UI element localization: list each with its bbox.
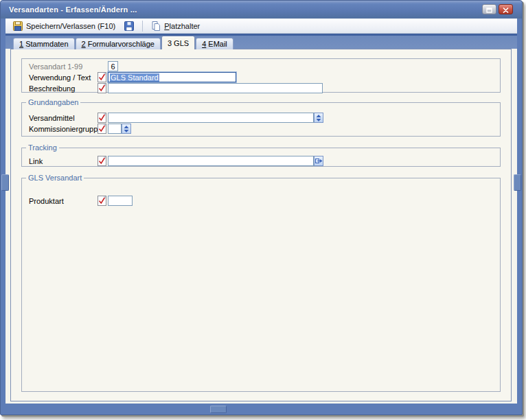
placeholder-button[interactable]: Platzhalter — [147, 19, 203, 33]
window-controls — [482, 4, 513, 14]
resize-grip-right[interactable] — [514, 174, 521, 191]
resize-grip-bottom[interactable] — [210, 406, 227, 413]
versandart-input — [108, 61, 118, 71]
title-bar[interactable]: Versandarten - Erfassen/Ändern ... — [1, 1, 522, 19]
maximize-button[interactable] — [482, 4, 496, 14]
tab-page-gls: Versandart 1-99 Verwendung / Text GLS St… — [10, 49, 512, 401]
resize-grip-left[interactable] — [1, 174, 9, 191]
save-exit-label: Speichern/Verlassen (F10) — [26, 22, 115, 30]
spinner-arrows-icon — [124, 126, 129, 132]
link-label: Link — [29, 157, 98, 165]
tab-formularvorschlaege[interactable]: 2 Formularvorschläge — [76, 38, 161, 49]
tracking-legend: Tracking — [26, 143, 59, 152]
verwendung-modified-checkbox[interactable] — [98, 72, 108, 82]
beschreibung-modified-checkbox[interactable] — [98, 83, 108, 93]
toolbar: Speichern/Verlassen (F10) — [5, 19, 517, 34]
versandart-label: Versandart 1-99 — [29, 62, 98, 71]
kommissioniergruppe-row: Kommissioniergruppe — [22, 124, 500, 134]
versandmittel-label: Versandmittel — [29, 114, 98, 122]
versandmittel-modified-checkbox[interactable] — [98, 113, 108, 123]
kommissioniergruppe-lookup-button[interactable] — [122, 124, 131, 134]
verwendung-label: Verwendung / Text — [29, 73, 98, 82]
save-icon — [124, 21, 135, 32]
tab-strip: 1 Stammdaten 2 Formularvorschläge 3 GLS … — [5, 34, 517, 49]
produktart-modified-checkbox[interactable] — [98, 196, 108, 206]
produktart-row: Produktart — [22, 196, 500, 206]
grundangaben-legend: Grundangaben — [26, 98, 80, 106]
selected-text: GLS Standard — [110, 73, 159, 82]
save-exit-button[interactable]: Speichern/Verlassen (F10) — [9, 19, 119, 33]
placeholder-label: Platzhalter — [164, 22, 200, 30]
toolbar-separator — [142, 21, 143, 32]
link-row: Link — [22, 156, 500, 166]
beschreibung-input[interactable] — [108, 83, 323, 93]
tab-gls[interactable]: 3 GLS — [161, 36, 195, 49]
produktart-label: Produktart — [29, 197, 98, 205]
gls-versandart-legend: GLS Versandart — [26, 174, 84, 182]
main-fields-box: Versandart 1-99 Verwendung / Text GLS St… — [21, 58, 501, 93]
save-exit-icon — [12, 21, 23, 32]
tracking-group: Tracking Link — [21, 143, 501, 167]
save-button[interactable] — [120, 19, 138, 33]
verwendung-input[interactable]: GLS Standard — [108, 72, 236, 82]
gls-versandart-group: GLS Versandart Produktart — [21, 174, 501, 392]
beschreibung-row: Beschreibung — [22, 83, 500, 93]
link-open-button[interactable] — [314, 156, 323, 166]
maximize-icon — [486, 3, 492, 16]
versandart-row: Versandart 1-99 — [22, 61, 500, 71]
grundangaben-group: Grundangaben Versandmittel Kommissionier… — [21, 98, 501, 137]
copy-pages-icon — [150, 21, 161, 32]
tabs: 1 Stammdaten 2 Formularvorschläge 3 GLS … — [13, 36, 234, 49]
close-button[interactable] — [499, 4, 513, 14]
window-title: Versandarten - Erfassen/Ändern ... — [1, 5, 137, 14]
kommissioniergruppe-input[interactable] — [108, 124, 122, 134]
link-modified-checkbox[interactable] — [98, 156, 108, 166]
versandmittel-input[interactable] — [108, 113, 314, 123]
versandmittel-row: Versandmittel — [22, 113, 500, 123]
verwendung-row: Verwendung / Text GLS Standard — [22, 72, 500, 82]
close-icon — [503, 3, 509, 16]
tab-email[interactable]: 4 EMail — [196, 38, 233, 49]
dialog-window: Versandarten - Erfassen/Ändern ... — [0, 0, 523, 415]
produktart-input[interactable] — [108, 196, 133, 206]
versandmittel-lookup-button[interactable] — [314, 113, 323, 123]
kommissioniergruppe-modified-checkbox[interactable] — [98, 124, 108, 134]
client-area: Speichern/Verlassen (F10) — [5, 19, 517, 404]
link-input[interactable] — [108, 156, 314, 166]
spinner-arrows-icon — [316, 115, 321, 121]
kommissioniergruppe-label: Kommissioniergruppe — [29, 125, 98, 133]
tab-stammdaten[interactable]: 1 Stammdaten — [13, 38, 75, 49]
arrow-right-box-icon — [315, 158, 323, 164]
beschreibung-label: Beschreibung — [29, 84, 98, 93]
